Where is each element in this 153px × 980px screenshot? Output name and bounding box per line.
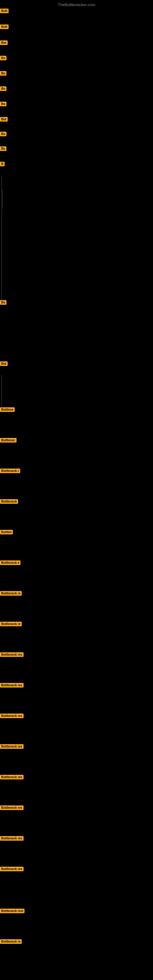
badge-b8: Bot [0,117,8,122]
badge-b2: Bott [0,24,9,29]
line-l2 [2,190,3,208]
badge-b33: Bottleneck res [0,836,24,841]
badge-b3: Bot [0,40,8,45]
badge-b15: Bo [0,300,6,305]
badge-b11: B [0,162,5,166]
badge-b21: Bottleneck r [0,469,20,473]
badge-b17: Bot [0,361,8,366]
badge-b35: Bottleneck rest [0,908,24,913]
badge-b4: Bo [0,56,6,60]
badge-b31: Bottleneck res [0,775,24,780]
badge-b6: Bo [0,86,6,91]
badge-b32: Bottleneck res [0,805,24,810]
badge-b9: Bo [0,132,6,136]
badge-b22: Bottleneck [0,499,18,504]
badge-b26: Bottleneck re [0,622,22,626]
badge-b29: Bottleneck res [0,714,24,718]
badge-b10: Bo [0,146,6,151]
badge-b19: Bottlene [0,407,15,412]
badge-b27: Bottleneck res [0,652,24,657]
badge-b24: Bottleneck e [0,560,21,565]
badge-b25: Bottleneck re [0,591,22,596]
site-title: TheBottlenecker.com [58,2,95,7]
line-l4 [2,375,2,406]
badge-b20: Bottlenec [0,438,16,442]
badge-b36: Bottleneck re [0,939,22,944]
badge-b1: Bott [0,9,9,13]
badge-b30: Bottleneck res [0,744,24,749]
line-l3 [2,205,2,300]
line-l1 [2,176,2,207]
badge-b23: Bottlen [0,530,13,535]
badge-b7: Bo [0,102,6,106]
badge-b34: Bottleneck res [0,867,24,871]
badge-b5: Bo [0,71,6,76]
badge-b28: Bottleneck res [0,683,24,687]
